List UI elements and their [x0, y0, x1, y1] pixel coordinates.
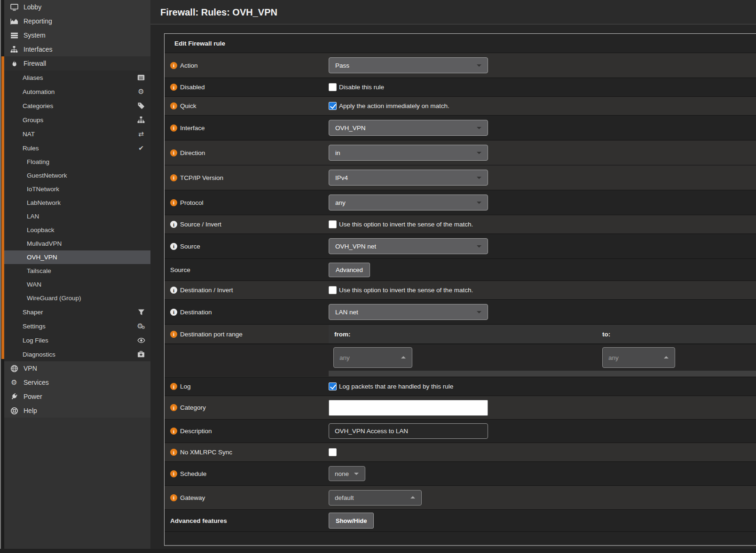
label-cell-quick: iQuick — [165, 97, 329, 115]
control-cell-source-advanced: Advanced — [329, 259, 756, 280]
destination-invert-checkbox[interactable] — [329, 286, 337, 294]
sidebar-item-interfaces[interactable]: Interfaces — [4, 42, 150, 56]
plug-icon — [10, 393, 18, 400]
description-input[interactable] — [329, 423, 488, 439]
sidebar-item-lan[interactable]: LAN — [4, 210, 150, 223]
port-from-select[interactable]: any — [333, 347, 412, 368]
label-cell-log: iLog — [165, 377, 329, 396]
advanced-features-button[interactable]: Show/Hide — [329, 513, 374, 529]
sidebar-item-nat[interactable]: NAT⇄ — [4, 127, 150, 141]
sidebar-item-reporting[interactable]: Reporting — [4, 14, 150, 28]
sidebar-item-help[interactable]: Help — [4, 404, 150, 418]
sidebar-item-label: Diagnostics — [23, 351, 55, 358]
quick-checkbox-label: Apply the action immediately on match. — [339, 102, 449, 109]
form-row-gateway: iGatewaydefault — [165, 486, 756, 510]
form-row-no-xmlrpc-sync: iNo XMLRPC Sync — [165, 443, 756, 462]
row-label: Destination / Invert — [180, 287, 233, 294]
form-row-source-advanced: SourceAdvanced — [165, 259, 756, 281]
control-cell-description — [329, 420, 756, 443]
sidebar-item-shaper[interactable]: Shaper — [4, 305, 150, 319]
sidebar-item-loopback[interactable]: Loopback — [4, 223, 150, 237]
action-select-value: Pass — [335, 62, 349, 69]
check-icon: ✔ — [136, 145, 146, 151]
ipversion-select[interactable]: IPv4 — [329, 170, 488, 186]
label-cell-source-invert: iSource / Invert — [165, 215, 329, 234]
label-cell-direction: iDirection — [165, 140, 329, 165]
destination-select[interactable]: LAN net — [329, 304, 488, 320]
sidebar-item-label: Floating — [27, 158, 49, 165]
sidebar-item-firewall[interactable]: Firewall — [4, 56, 150, 70]
protocol-select[interactable]: any — [329, 195, 488, 210]
interface-select[interactable]: OVH_VPN — [329, 120, 488, 136]
row-label: Log — [180, 383, 191, 390]
category-input[interactable] — [329, 400, 488, 416]
source-advanced-button[interactable]: Advanced — [329, 263, 370, 277]
sidebar-item-categories[interactable]: Categories — [4, 99, 150, 113]
sidebar-item-mullvadvpn[interactable]: MullvadVPN — [4, 237, 150, 250]
schedule-select[interactable]: none — [329, 466, 365, 481]
label-cell-destination-invert: iDestination / Invert — [165, 281, 329, 299]
sidebar-scrollbar[interactable] — [0, 0, 4, 553]
disabled-checkbox[interactable] — [329, 83, 337, 91]
info-icon: i — [170, 428, 177, 435]
sidebar-item-diagnostics[interactable]: Diagnostics — [4, 347, 150, 361]
sidebar-item-vpn[interactable]: VPN — [4, 361, 150, 375]
info-icon: i — [170, 449, 177, 456]
info-icon: i — [170, 309, 177, 316]
destination-invert-checkbox-label: Use this option to invert the sense of t… — [339, 287, 473, 294]
sidebar-item-automation[interactable]: Automation⚙ — [4, 85, 150, 99]
action-select[interactable]: Pass — [329, 57, 488, 73]
sidebar-item-rules[interactable]: Rules✔ — [4, 141, 150, 155]
caret-down-icon — [477, 152, 481, 154]
sidebar-filler — [4, 418, 150, 553]
sidebar-item-ovh-vpn[interactable]: OVH_VPN — [4, 250, 150, 264]
port-to-select[interactable]: any — [602, 347, 675, 368]
info-icon: i — [170, 287, 177, 294]
sidebar-item-lobby[interactable]: Lobby — [4, 0, 150, 14]
fire-icon — [10, 60, 18, 68]
filter-icon — [136, 309, 146, 316]
control-cell-direction: in — [329, 140, 756, 165]
source-invert-checkbox-label: Use this option to invert the sense of t… — [339, 221, 473, 228]
sidebar-item-power[interactable]: Power — [4, 389, 150, 404]
sidebar-item-settings[interactable]: Settings⚙⚙ — [4, 319, 150, 333]
page-header: Firewall: Rules: OVH_VPN — [150, 0, 756, 24]
sidebar-item-aliases[interactable]: Aliases — [4, 70, 150, 85]
area-chart-icon — [10, 17, 18, 25]
desktop-icon — [10, 3, 18, 11]
sidebar-item-tailscale[interactable]: Tailscale — [4, 264, 150, 278]
sidebar-item-wan[interactable]: WAN — [4, 278, 150, 291]
label-cell-ipversion: iTCP/IP Version — [165, 165, 329, 190]
panel-title: Edit Firewall rule — [165, 34, 756, 53]
sidebar-item-wireguard-group[interactable]: WireGuard (Group) — [4, 291, 150, 305]
sidebar-item-iotnetwork[interactable]: IoTNetwork — [4, 182, 150, 196]
row-label: Disabled — [180, 84, 205, 91]
sidebar-item-label: Aliases — [23, 74, 43, 81]
quick-checkbox[interactable] — [329, 102, 337, 110]
port-from-label: from: — [329, 331, 598, 338]
source-invert-checkbox[interactable] — [329, 220, 337, 228]
gear-icon: ⚙ — [136, 88, 146, 95]
sidebar-item-system[interactable]: System — [4, 28, 150, 42]
sidebar-item-floating[interactable]: Floating — [4, 155, 150, 169]
gateway-select[interactable]: default — [329, 490, 422, 506]
horizontal-scrollbar[interactable] — [0, 549, 756, 553]
log-checkbox[interactable] — [329, 382, 337, 390]
sidebar-item-services[interactable]: ⚙Services — [4, 375, 150, 389]
row-label: Advanced features — [170, 517, 227, 524]
row-label: Description — [180, 428, 212, 435]
sidebar-scrollbar-thumb[interactable] — [0, 0, 1, 549]
sidebar-item-guestnetwork[interactable]: GuestNetwork — [4, 169, 150, 182]
no-xmlrpc-sync-checkbox[interactable] — [329, 448, 337, 456]
form-row-protocol: iProtocolany — [165, 190, 756, 215]
protocol-select-value: any — [335, 199, 346, 206]
sidebar-item-labnetwork[interactable]: LabNetwork — [4, 196, 150, 210]
direction-select[interactable]: in — [329, 145, 488, 161]
sidebar-item-log-files[interactable]: Log Files — [4, 333, 150, 347]
info-icon: i — [170, 199, 177, 206]
info-icon: i — [170, 243, 177, 250]
sidebar-item-groups[interactable]: Groups — [4, 113, 150, 127]
sidebar-item-label: Automation — [23, 88, 55, 95]
exchange-icon: ⇄ — [136, 131, 146, 137]
source-select[interactable]: OVH_VPN net — [329, 238, 488, 254]
